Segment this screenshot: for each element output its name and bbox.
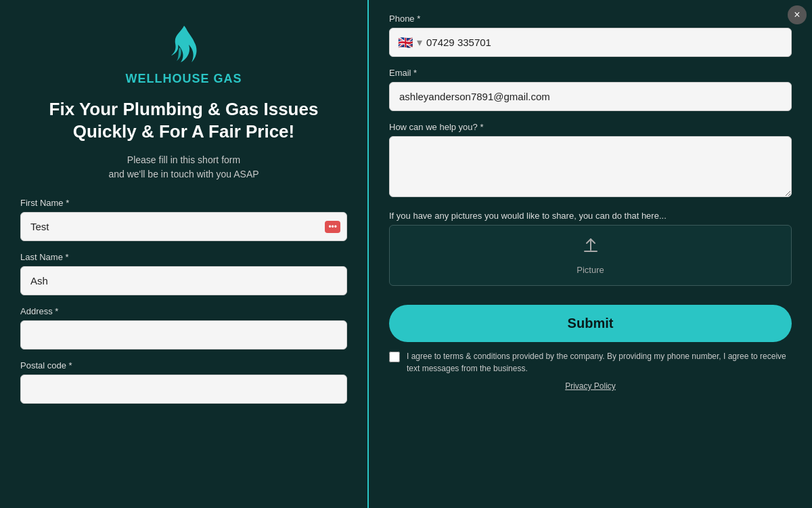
hero-title: Fix Your Plumbing & Gas Issues Quickly &… xyxy=(20,98,347,142)
phone-dropdown-icon: ▾ xyxy=(417,36,422,49)
terms-checkbox[interactable] xyxy=(389,352,400,362)
help-label: How can we help you? * xyxy=(389,122,792,132)
phone-group: Phone * 🇬🇧 ▾ xyxy=(389,14,792,57)
modal-overlay: × WELLHOUSE GAS Fix Your Plumbing & Gas … xyxy=(0,0,812,508)
picture-upload-label: Picture xyxy=(577,265,604,275)
first-name-icon-badge: ••• xyxy=(325,221,340,233)
address-input[interactable] xyxy=(20,320,347,350)
picture-group: If you have any pictures you would like … xyxy=(389,211,792,286)
last-name-label: Last Name * xyxy=(20,252,347,262)
uk-flag-icon: 🇬🇧 xyxy=(398,35,413,50)
modal-container: × WELLHOUSE GAS Fix Your Plumbing & Gas … xyxy=(0,0,812,508)
submit-button[interactable]: Submit xyxy=(389,305,792,342)
email-group: Email * xyxy=(389,68,792,111)
close-button[interactable]: × xyxy=(788,5,807,24)
left-panel: WELLHOUSE GAS Fix Your Plumbing & Gas Is… xyxy=(0,0,369,508)
postal-code-group: Postal code * xyxy=(20,360,347,404)
email-input[interactable] xyxy=(389,82,792,111)
terms-row: I agree to terms & conditions provided b… xyxy=(389,350,792,375)
first-name-input[interactable] xyxy=(20,212,347,241)
hero-subtitle: Please fill in this short form and we'll… xyxy=(20,153,347,182)
postal-code-label: Postal code * xyxy=(20,360,347,371)
dots-icon: ••• xyxy=(328,222,337,232)
picture-upload-area[interactable]: Picture xyxy=(389,225,792,286)
logo-area: WELLHOUSE GAS xyxy=(20,20,347,86)
help-group: How can we help you? * xyxy=(389,122,792,200)
phone-input-wrapper[interactable]: 🇬🇧 ▾ xyxy=(389,28,792,57)
brand-logo-icon xyxy=(160,20,208,68)
brand-name: WELLHOUSE GAS xyxy=(125,72,242,86)
email-label: Email * xyxy=(389,68,792,78)
address-label: Address * xyxy=(20,306,347,316)
first-name-label: First Name * xyxy=(20,198,347,208)
last-name-group: Last Name * xyxy=(20,252,347,295)
last-name-input[interactable] xyxy=(20,266,347,295)
right-panel: Phone * 🇬🇧 ▾ Email * How can we help you… xyxy=(369,0,812,508)
first-name-group: First Name * ••• xyxy=(20,198,347,241)
address-group: Address * xyxy=(20,306,347,350)
phone-label: Phone * xyxy=(389,14,792,24)
postal-code-input[interactable] xyxy=(20,375,347,404)
help-textarea[interactable] xyxy=(389,136,792,197)
phone-input[interactable] xyxy=(426,28,783,56)
first-name-input-wrapper: ••• xyxy=(20,212,347,241)
privacy-policy-link[interactable]: Privacy Policy xyxy=(389,381,792,391)
picture-description-label: If you have any pictures you would like … xyxy=(389,211,792,221)
terms-text: I agree to terms & conditions provided b… xyxy=(407,350,792,375)
upload-icon xyxy=(581,236,600,259)
